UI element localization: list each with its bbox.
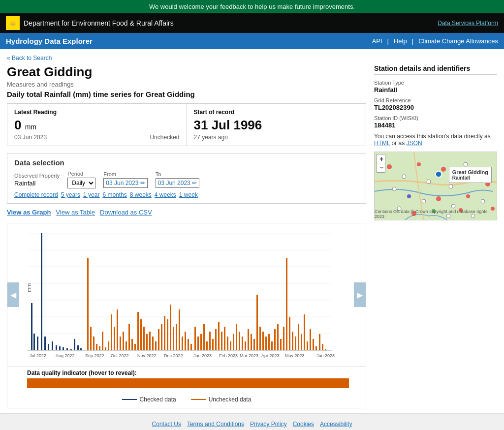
svg-point-132 <box>449 184 453 188</box>
chart-nav-right[interactable]: ▶ <box>354 282 366 307</box>
svg-rect-43 <box>120 337 121 350</box>
map-controls: + − <box>377 154 385 173</box>
footer-cookies[interactable]: Cookies <box>293 421 314 428</box>
svg-rect-34 <box>93 337 94 350</box>
svg-rect-91 <box>262 332 264 350</box>
footer-terms[interactable]: Terms and Conditions <box>187 421 244 428</box>
quick-1y[interactable]: 1 year <box>83 191 99 198</box>
svg-point-128 <box>402 175 406 179</box>
svg-rect-31 <box>80 348 82 350</box>
map-tooltip-type: Rainfall <box>452 175 488 181</box>
chart-title: Daily total Rainfall (mm) time series fo… <box>7 90 366 98</box>
svg-point-129 <box>417 162 421 166</box>
svg-rect-88 <box>253 339 255 350</box>
latest-reading-unit: mm <box>25 123 36 131</box>
svg-text:Jun 2023: Jun 2023 <box>316 353 335 358</box>
quality-bar-section: Data quality indicator (hover to reveal)… <box>7 366 366 391</box>
to-input[interactable]: 03 Jun 2023 ✏ <box>156 178 199 188</box>
period-label: Period <box>67 171 95 177</box>
svg-rect-49 <box>137 312 139 350</box>
quick-4w[interactable]: 4 weeks <box>155 191 176 198</box>
svg-rect-103 <box>298 324 299 350</box>
svg-point-127 <box>387 164 392 169</box>
from-label: From <box>103 171 147 177</box>
svg-rect-106 <box>307 341 308 350</box>
svg-text:Mar 2023: Mar 2023 <box>240 353 258 358</box>
data-selection-row: Observed Property Rainfall Period Daily … <box>14 171 359 188</box>
latest-reading-title: Latest Reading <box>14 109 180 116</box>
svg-rect-72 <box>206 341 208 350</box>
chart-svg: mm 35 30 25 20 <box>27 228 337 366</box>
map-zoom-out[interactable]: − <box>377 163 386 172</box>
nav-api-link[interactable]: API <box>372 37 382 45</box>
feedback-banner: We would welcome your feedback to help u… <box>0 0 504 13</box>
quick-8w[interactable]: 8 weeks <box>130 191 152 198</box>
svg-rect-21 <box>44 337 46 350</box>
quick-complete[interactable]: Complete record <box>14 191 58 198</box>
start-of-record-title: Start of record <box>194 109 359 116</box>
footer-accessibility[interactable]: Accessibility <box>320 421 352 428</box>
back-link[interactable]: « Back to Search <box>7 55 52 61</box>
json-data-link[interactable]: JSON <box>407 140 422 147</box>
svg-rect-38 <box>105 347 106 350</box>
quick-6m[interactable]: 6 months <box>102 191 126 198</box>
to-label: To <box>156 171 199 177</box>
observed-property-group: Observed Property Rainfall <box>14 173 60 187</box>
svg-rect-46 <box>128 324 130 350</box>
nav-climate-link[interactable]: Climate Change Allowances <box>418 37 498 45</box>
svg-rect-65 <box>185 332 186 350</box>
svg-rect-54 <box>152 337 154 350</box>
svg-text:Aug 2022: Aug 2022 <box>56 353 75 358</box>
svg-rect-69 <box>197 337 199 350</box>
station-map[interactable]: Great Gidding Rainfall + − Contains OS d… <box>374 152 497 220</box>
reading-cards: Latest Reading 0 mm 03 Jun 2023 Unchecke… <box>7 103 366 146</box>
chart-wrapper: ◀ mm 35 30 25 <box>7 223 366 366</box>
svg-point-134 <box>464 162 468 166</box>
download-csv-link[interactable]: Download as CSV <box>100 209 152 216</box>
svg-rect-61 <box>173 327 174 350</box>
svg-rect-51 <box>143 327 145 350</box>
nav-help-link[interactable]: Help <box>394 37 407 45</box>
from-input[interactable]: 03 Jun 2023 ✏ <box>103 178 147 188</box>
svg-rect-59 <box>167 319 168 350</box>
footer-contact[interactable]: Contact Us <box>152 421 181 428</box>
svg-rect-110 <box>319 334 320 350</box>
svg-point-139 <box>407 194 411 198</box>
svg-rect-48 <box>134 344 136 350</box>
svg-point-143 <box>466 194 470 198</box>
period-group: Period Daily <box>67 171 95 188</box>
map-zoom-in[interactable]: + <box>377 154 386 163</box>
view-graph-link[interactable]: View as Graph <box>7 209 51 216</box>
svg-rect-78 <box>224 327 225 350</box>
period-select[interactable]: Daily <box>67 178 95 188</box>
svg-rect-33 <box>90 327 92 350</box>
start-of-record-card: Start of record 31 Jul 1996 27 years ago <box>187 104 366 146</box>
chart-legend: Checked data Unchecked data <box>7 396 366 403</box>
right-sidebar: Station details and identifiers Station … <box>374 64 497 408</box>
svg-rect-94 <box>271 341 273 350</box>
svg-rect-87 <box>251 334 252 350</box>
svg-rect-73 <box>209 332 211 350</box>
view-table-link[interactable]: View as Table <box>56 209 95 216</box>
footer-privacy[interactable]: Privacy Policy <box>250 421 287 428</box>
svg-point-144 <box>481 199 485 203</box>
html-data-link[interactable]: HTML <box>374 140 390 147</box>
quick-5y[interactable]: 5 years <box>61 191 80 198</box>
svg-rect-66 <box>188 339 189 350</box>
svg-rect-68 <box>194 327 196 350</box>
svg-point-130 <box>427 180 431 184</box>
map-caption: Contains OS data © Crown copyright and d… <box>375 209 495 219</box>
svg-rect-45 <box>126 341 127 350</box>
gov-logo: 👑 <box>6 16 20 30</box>
start-of-record-ago: 27 years ago <box>194 134 359 141</box>
chart-nav-left[interactable]: ◀ <box>7 282 19 307</box>
svg-rect-60 <box>170 305 171 350</box>
station-id-label: Station ID (WISKI) <box>374 115 497 121</box>
svg-rect-104 <box>301 334 302 350</box>
map-tooltip-name: Great Gidding <box>452 169 488 175</box>
quick-1w[interactable]: 1 week <box>179 191 198 198</box>
data-services-link[interactable]: Data Services Platform <box>438 20 498 27</box>
svg-text:Jan 2023: Jan 2023 <box>193 353 212 358</box>
latest-reading-status: Unchecked <box>150 134 179 141</box>
svg-rect-62 <box>176 324 177 350</box>
